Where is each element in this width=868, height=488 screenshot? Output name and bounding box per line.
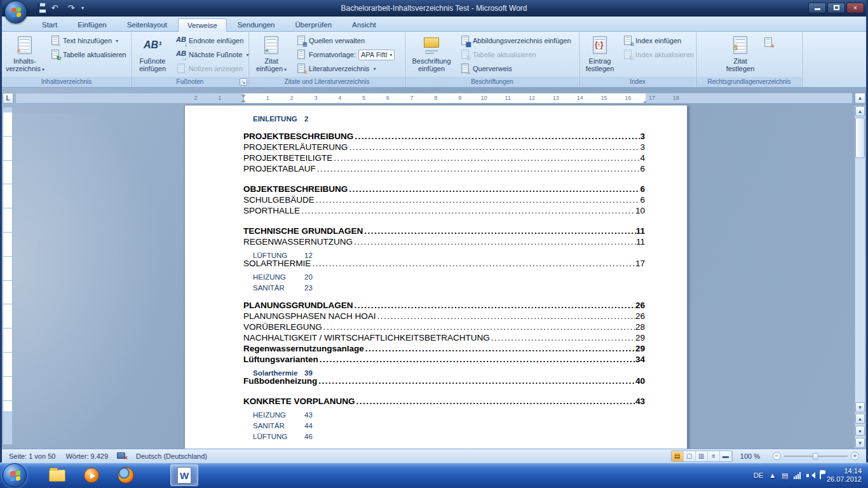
view-gliederung-button[interactable]: ≡ xyxy=(708,451,720,461)
ribbon-tab[interactable]: Ansicht xyxy=(342,18,386,31)
zoom-out-button[interactable]: − xyxy=(773,452,781,460)
view-vollbild-button[interactable]: ▢ xyxy=(684,451,696,461)
ribbon-tab[interactable]: Start xyxy=(32,18,67,31)
beschriftung-einfuegen-button[interactable]: Beschriftung einfügen xyxy=(408,34,455,77)
taskbar-word-button[interactable]: W xyxy=(170,464,198,486)
fussnoten-dialog-launcher[interactable]: ↘ xyxy=(240,78,247,86)
spellcheck-indicator[interactable]: × xyxy=(117,452,127,460)
taskbar-media-player-button[interactable] xyxy=(78,464,105,486)
toc-entry-label: VORÜBERLEGUNG xyxy=(243,322,322,332)
index-einfuegen-button[interactable]: ≡ Index einfügen xyxy=(620,34,696,47)
title-bar: Bachelorarbeit-Inhaltsverzeichnis Test -… xyxy=(0,0,868,17)
left-indent-marker[interactable] xyxy=(241,95,247,102)
view-weblayout-button[interactable]: ▥ xyxy=(696,451,708,461)
toc-page-number: 4 xyxy=(640,152,645,163)
fussnote-einfuegen-button[interactable]: AB¹ Fußnote einfügen xyxy=(134,34,171,77)
inhaltsverzeichnis-button[interactable]: ≡ Inhalts-verzeichnis▾ xyxy=(4,34,45,77)
keyboard-layout-icon[interactable]: ▤ xyxy=(782,471,788,480)
page-count-indicator[interactable]: Seite: 1 von 50 xyxy=(4,452,60,460)
toc-page-number: 40 xyxy=(635,376,645,386)
zoom-in-button[interactable]: + xyxy=(851,452,859,460)
next-page-button[interactable]: ▼ xyxy=(855,438,865,448)
minimize-button[interactable] xyxy=(808,3,826,13)
toc-leader-dots: ........................................… xyxy=(322,322,635,332)
vertical-ruler[interactable] xyxy=(3,107,13,445)
zoom-level[interactable]: 100 % xyxy=(735,452,765,460)
querverweis-button[interactable]: → Querverweis xyxy=(458,62,574,75)
toc-entry: KONKRETE VORPLANUNG ....................… xyxy=(243,396,645,407)
fussnote-icon: AB¹ xyxy=(144,36,161,56)
language-badge[interactable]: DE xyxy=(754,471,763,479)
quellen-verwalten-button[interactable]: ≣ Quellen verwalten xyxy=(294,34,397,47)
select-browse-object-button[interactable]: ● xyxy=(855,426,865,436)
media-player-icon xyxy=(84,468,99,483)
eintrag-festlegen-button[interactable]: {·} Eintrag festlegen xyxy=(582,34,618,77)
literaturverzeichnis-button[interactable]: ≡ Literaturverzeichnis ▾ xyxy=(294,62,397,75)
zoom-thumb[interactable] xyxy=(813,453,818,459)
zitat-einfuegen-button[interactable]: „ Zitat einfügen▾ xyxy=(252,34,291,77)
zoom-track[interactable] xyxy=(784,456,848,457)
toc-leader-dots: ........................................… xyxy=(315,194,641,205)
document-page[interactable]: EINLEITUNG .............................… xyxy=(184,105,688,449)
zitat-festlegen-button[interactable]: § Zitat festlegen xyxy=(722,34,758,77)
tabelle-aktualisieren-button[interactable]: ↻ Tabelle aktualisieren xyxy=(48,48,129,61)
redo-button[interactable]: ↷ xyxy=(65,2,78,14)
abbildungsverzeichnis-einfuegen-button[interactable]: ▦ Abbildungsverzeichnis einfügen xyxy=(458,34,574,47)
view-entwurf-button[interactable]: ▬ xyxy=(720,451,732,461)
horizontal-ruler[interactable]: 21123456789101112131415161718 xyxy=(15,93,853,104)
ruler-number: 14 xyxy=(568,95,592,101)
ribbon-tab[interactable]: Einfügen xyxy=(68,18,116,31)
network-icon[interactable] xyxy=(794,472,801,479)
toc-page-number: 29 xyxy=(635,332,645,343)
ribbon-group-zitate: „ Zitat einfügen▾ ≣ Quellen verwalten Fo… xyxy=(249,32,405,87)
vertical-scrollbar[interactable]: ▲ ▼ ▲ ● ▼ xyxy=(855,105,865,449)
taskbar-explorer-button[interactable] xyxy=(43,464,71,486)
toc-entry: PLANUNGSPHASEN NACH HOAI ...............… xyxy=(243,311,645,322)
tab-stop-selector[interactable]: L xyxy=(3,93,13,104)
view-drucklayout-button[interactable]: ▤ xyxy=(672,451,684,461)
naechste-fussnote-button[interactable]: AB→ Nächste Fußnote ▾ xyxy=(173,48,251,61)
action-center-icon[interactable] xyxy=(820,472,821,479)
undo-button[interactable]: ↶ xyxy=(48,2,61,14)
ribbon-tab[interactable]: Verweise xyxy=(178,18,227,32)
ruler-number: 18 xyxy=(664,95,688,101)
rechtsgrundlagenverzeichnis-icon: + xyxy=(763,37,773,48)
toc-leader-dots: ........................................… xyxy=(363,226,635,236)
toc-entry-label: LÜFTUNG xyxy=(253,431,287,442)
windows-logo-icon xyxy=(10,470,20,482)
ruler-numbers: 21123456789101112131415161718 xyxy=(184,95,688,101)
previous-page-button[interactable]: ▲ xyxy=(855,414,865,424)
scroll-down-button[interactable]: ▼ xyxy=(855,402,865,412)
save-button[interactable] xyxy=(32,2,44,14)
scrollbar-thumb[interactable] xyxy=(855,118,865,158)
toc-entry: Fußbodenheizung ........................… xyxy=(243,376,645,386)
rechtsgrundlagenverzeichnis-einfuegen-button[interactable]: + xyxy=(761,36,776,49)
text-hinzufuegen-button[interactable]: → Text hinzufügen ▾ xyxy=(48,34,129,47)
ribbon-group-rechtsgrundlagen: § Zitat festlegen + Rechtsgrundlagenverz… xyxy=(696,32,803,87)
folder-icon xyxy=(49,470,65,482)
scroll-up-button[interactable]: ▲ xyxy=(855,106,865,116)
formatvorlage-select[interactable]: APA Fiftl ▾ xyxy=(358,50,395,60)
tray-expand-icon[interactable]: ▲ xyxy=(769,471,776,479)
ruler-number: 15 xyxy=(592,95,616,101)
zoom-slider: − + xyxy=(773,452,859,460)
close-button[interactable]: × xyxy=(846,3,864,13)
volume-icon[interactable] xyxy=(806,472,814,479)
word-count-indicator[interactable]: Wörter: 9.429 xyxy=(60,452,113,460)
toc-leader-dots: ........................................… xyxy=(355,396,635,407)
qat-customize-button[interactable]: ▾ xyxy=(81,5,84,11)
ribbon-tab[interactable]: Sendungen xyxy=(228,18,285,31)
start-button[interactable] xyxy=(3,463,27,487)
ruler-toggle-button[interactable]: ▲ xyxy=(855,93,865,104)
taskbar-firefox-button[interactable] xyxy=(112,464,140,486)
toc-leader-dots: ........................................… xyxy=(353,131,640,142)
taskbar-clock[interactable]: 14:14 26.07.2012 xyxy=(827,467,862,484)
right-indent-marker[interactable] xyxy=(642,98,648,104)
ribbon-tab[interactable]: Seitenlayout xyxy=(118,18,177,31)
office-button[interactable] xyxy=(4,1,27,24)
ribbon-tab[interactable]: Überprüfen xyxy=(286,18,342,31)
language-indicator[interactable]: Deutsch (Deutschland) xyxy=(131,452,212,460)
ribbon: ≡ Inhalts-verzeichnis▾ → Text hinzufügen… xyxy=(2,32,866,88)
maximize-button[interactable] xyxy=(827,3,845,13)
endnote-einfuegen-button[interactable]: AB↓ Endnote einfügen xyxy=(173,34,251,47)
